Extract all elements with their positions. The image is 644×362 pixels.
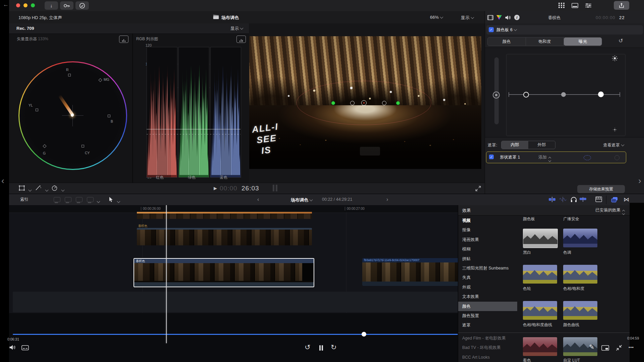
preset-label-bw[interactable]: 黑白 [523,250,531,255]
category-masks[interactable]: 遮罩 [458,320,517,330]
mask-handle-left-inner[interactable] [350,101,355,105]
mask-inside-button[interactable]: 内部 [501,141,528,149]
preset-thumb-huesat-curves[interactable] [523,301,557,320]
play-button[interactable]: ▶ [214,186,217,191]
more-options-button[interactable]: ••• [629,345,634,350]
preset-thumb-bw[interactable] [523,229,558,248]
tab-exposure[interactable]: 曝光 [564,38,602,46]
transform-tool-dropdown[interactable] [27,187,31,193]
connected-clip[interactable] [137,228,312,245]
solo-toggle[interactable] [571,196,577,202]
edit-options-dropdown[interactable] [96,198,100,204]
skimming-toggle[interactable] [548,196,556,202]
insert-clip-button[interactable] [65,197,71,202]
browser-view-button[interactable] [557,2,566,9]
captions-button[interactable] [21,345,29,350]
preset-label-huesat-curves[interactable]: 色相/饱和度曲线 [523,322,552,328]
secondary-clip[interactable]: f93a917d-f17d-11e9-8c04-0242ac170007 [362,258,458,286]
mask-handle-left-outer[interactable] [331,101,335,105]
timeline-scrollbar[interactable] [13,334,458,335]
page-prev-icon[interactable]: ‹ [1,176,4,186]
category-color-presets[interactable]: 颜色预置 [458,311,517,320]
mask-handle-right-inner[interactable] [382,101,386,105]
preset-thumb-huesat[interactable] [563,265,597,284]
category-video[interactable]: 视频 [458,216,517,225]
preset-label-broadcast-safe[interactable]: 广播安全 [563,216,579,222]
audio-inspector-tab[interactable] [504,14,512,20]
enhance-dropdown[interactable] [44,187,48,193]
category-looks[interactable]: 外观 [458,283,517,292]
enhance-button[interactable] [35,185,41,191]
save-effects-preset-button[interactable]: 存储效果预置 [577,185,625,193]
share-button[interactable] [614,1,629,10]
skip-backward-button[interactable]: ↺ [305,343,311,351]
color-inspector-tab[interactable] [495,14,503,20]
category-bad-tv[interactable]: Bad TV - 坏电视效果 [458,343,517,352]
overwrite-clip-button[interactable] [87,197,94,202]
zoom-window-button[interactable] [31,3,35,7]
thumbnail-view-button[interactable] [601,345,609,351]
keying-button[interactable] [60,1,73,10]
scopes-display-dropdown[interactable]: 显示 [230,26,243,32]
minimize-window-button[interactable] [23,3,28,7]
snapping-toggle[interactable] [579,196,587,202]
preset-label-color-curves[interactable]: 颜色曲线 [563,322,579,328]
preset-thumb-colorize[interactable] [523,337,557,356]
next-timeline-button[interactable]: › [386,196,388,202]
category-sunbeams[interactable]: 三维阳光照射 Sunbeams [458,263,517,273]
tools-menu-button[interactable] [109,197,113,202]
video-canvas[interactable]: ALL-I SEE IS [249,36,481,169]
effects-browser-toggle[interactable] [611,196,618,202]
effect-name[interactable]: 颜色板 6 [496,27,517,33]
index-button[interactable]: 索引 [20,197,29,202]
timeline-scrollbar-handle[interactable] [362,332,366,337]
preset-thumb-colorwheels[interactable] [523,265,557,284]
shadows-handle[interactable] [523,92,529,98]
primary-clip-selected[interactable]: 香槟色 [133,258,314,287]
tasks-button[interactable] [75,1,89,10]
preset-label-colorboard[interactable]: 颜色板 [523,216,535,222]
audio-skimming-toggle[interactable] [559,196,567,202]
transform-tool-button[interactable] [18,185,25,191]
category-aged-film[interactable]: Aged Film - 老电影效果 [458,334,517,343]
retime-button[interactable] [51,185,58,191]
category-text-effects[interactable]: 文本效果 [458,292,517,301]
category-distortion[interactable]: 失真 [458,273,517,282]
preset-thumb-tint[interactable] [563,229,597,247]
collapsed-clip-strip[interactable] [137,214,312,219]
tools-menu-dropdown[interactable] [116,198,120,204]
viewer-fullscreen-button[interactable] [475,186,481,191]
category-comic[interactable]: 漫画效果 [458,235,517,244]
tab-color[interactable]: 颜色 [488,38,526,46]
preset-label-custom-lut[interactable]: 自定 LUT [563,358,580,362]
category-bcc-blur[interactable]: BCC Blur & Sharpen [458,360,517,362]
inspector-toggle-button[interactable] [584,2,593,9]
midtones-handle[interactable] [561,92,566,97]
retime-dropdown[interactable] [60,187,64,193]
preset-label-tint[interactable]: 色调 [563,250,571,255]
clip-appearance-button[interactable] [595,196,602,202]
effect-enable-checkbox[interactable]: ✓ [489,27,494,32]
preset-label-huesat[interactable]: 色相/饱和度 [563,286,584,292]
preset-label-colorwheels[interactable]: 色轮 [523,286,531,292]
playhead[interactable] [166,205,167,343]
skip-forward-button[interactable]: ↻ [331,343,337,351]
ellipse-mask-icon[interactable] [584,155,591,160]
waveform-settings-icon[interactable] [236,36,246,43]
draw-mask-button[interactable]: ✎ [589,343,594,351]
effect-row[interactable]: ✓ 颜色板 6 [486,25,643,35]
tab-saturation[interactable]: 饱和度 [526,38,564,46]
page-next-icon[interactable]: › [638,176,641,186]
timeline-view-button[interactable] [571,2,579,9]
highlights-handle[interactable] [598,92,604,97]
category-tiling[interactable]: 拼贴 [458,254,517,263]
mask-handle-right-outer[interactable] [396,101,400,105]
installed-effects-dropdown[interactable]: 已安装的效果 [595,207,625,215]
audio-monitor-button[interactable] [9,345,16,350]
back-arrow-icon[interactable]: ← [3,1,9,8]
shape-mask-checkbox[interactable]: ✓ [489,155,494,159]
master-slider-track[interactable] [494,57,499,124]
previous-timeline-button[interactable]: ‹ [257,196,259,202]
viewer-display-dropdown[interactable]: 显示 [461,15,474,21]
view-masks-dropdown[interactable]: 查看遮罩 [603,142,624,148]
